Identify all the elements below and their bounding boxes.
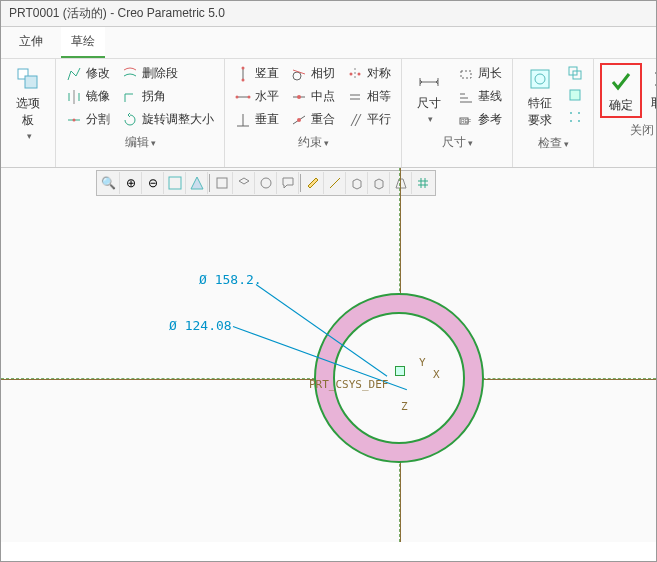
feature-requirements-button[interactable]: 特征要求 <box>519 63 561 131</box>
options-icon <box>15 65 41 93</box>
dimension-button[interactable]: 尺寸 ▾ <box>408 63 450 130</box>
check-icon <box>608 67 634 95</box>
cancel-label: 取消 <box>651 95 657 112</box>
ribbon-body: 选项板 ▾ 修改 镜像 <box>1 58 656 167</box>
svg-point-3 <box>242 66 245 69</box>
baseline-button[interactable]: 基线 <box>454 86 506 107</box>
chevron-down-icon: ▾ <box>564 139 569 149</box>
options-panel-button[interactable]: 选项板 ▾ <box>7 63 49 143</box>
equal-label: 相等 <box>367 88 391 105</box>
views-icon <box>215 176 229 190</box>
coincident-icon <box>291 112 307 128</box>
sketch-canvas[interactable]: 🔍 ⊕ ⊖ Ø 158.2. Ø 124.08 PRT_CSYS_DEF X Y… <box>1 168 656 542</box>
datum-axis-button[interactable] <box>324 172 346 194</box>
grid-button[interactable] <box>412 172 434 194</box>
parallel-button[interactable]: 平行 <box>343 109 395 130</box>
inspect-tool-2[interactable] <box>563 85 587 105</box>
parallel-icon <box>347 112 363 128</box>
midpoint-button[interactable]: 中点 <box>287 86 339 107</box>
confirm-button[interactable]: 确定 <box>600 63 642 118</box>
ribbon: 立伸 草绘 选项板 ▾ 修改 <box>1 27 656 168</box>
group-dimension: 尺寸 ▾ 周长 基线 REF 参考 <box>402 59 513 167</box>
svg-point-20 <box>570 112 572 114</box>
coincident-button[interactable]: 重合 <box>287 109 339 130</box>
dimension-1[interactable]: Ø 158.2. <box>199 272 262 287</box>
annotation-icon <box>281 176 295 190</box>
refit-icon <box>168 176 182 190</box>
datum-plane-button[interactable] <box>302 172 324 194</box>
display-icon <box>259 176 273 190</box>
options-label: 选项板 <box>13 95 43 129</box>
perspective-button[interactable] <box>390 172 412 194</box>
mirror-button[interactable]: 镜像 <box>62 86 114 107</box>
group-options-label <box>1 145 55 165</box>
group-options: 选项板 ▾ <box>1 59 56 167</box>
equal-button[interactable]: 相等 <box>343 86 395 107</box>
layers-button[interactable] <box>233 172 255 194</box>
group-edit-label: 编辑▾ <box>56 132 224 155</box>
split-button[interactable]: 分割 <box>62 109 114 130</box>
tangent-icon <box>291 66 307 82</box>
vertical-button[interactable]: 竖直 <box>231 63 283 84</box>
zoom-in-icon: ⊕ <box>126 176 136 190</box>
horizontal-button[interactable]: 水平 <box>231 86 283 107</box>
delete-segment-button[interactable]: 删除段 <box>118 63 218 84</box>
reference-button[interactable]: REF 参考 <box>454 109 506 130</box>
modify-label: 修改 <box>86 65 110 82</box>
svg-rect-24 <box>169 177 181 189</box>
wireframe-button[interactable] <box>346 172 368 194</box>
group-dimension-label: 尺寸▾ <box>402 132 512 155</box>
svg-point-5 <box>236 95 239 98</box>
zoom-in-button[interactable]: ⊕ <box>120 172 142 194</box>
perpendicular-button[interactable]: 垂直 <box>231 109 283 130</box>
layers-icon <box>237 176 251 190</box>
confirm-label: 确定 <box>609 97 633 114</box>
saved-views-button[interactable] <box>211 172 233 194</box>
center-point[interactable] <box>395 366 405 376</box>
zoom-fit-button[interactable]: 🔍 <box>98 172 120 194</box>
modify-button[interactable]: 修改 <box>62 63 114 84</box>
shade-icon <box>190 176 204 190</box>
zoom-out-icon: ⊖ <box>148 176 158 190</box>
svg-point-26 <box>261 178 271 188</box>
svg-rect-19 <box>570 90 580 100</box>
inspect-tool-1[interactable] <box>563 63 587 83</box>
rotate-resize-button[interactable]: 旋转调整大小 <box>118 109 218 130</box>
group-constrain-label: 约束▾ <box>225 132 401 155</box>
tab-sketch[interactable]: 草绘 <box>61 27 105 58</box>
corner-button[interactable]: 拐角 <box>118 86 218 107</box>
tab-extrude[interactable]: 立伸 <box>9 27 53 58</box>
midpoint-label: 中点 <box>311 88 335 105</box>
inspect-tool-3[interactable] <box>563 107 587 127</box>
refit-button[interactable] <box>164 172 186 194</box>
svg-point-9 <box>297 118 301 122</box>
chevron-down-icon: ▾ <box>324 138 329 148</box>
svg-point-4 <box>242 78 245 81</box>
delete-segment-label: 删除段 <box>142 65 178 82</box>
mirror-icon <box>66 89 82 105</box>
vertical-label: 竖直 <box>255 65 279 82</box>
symmetric-button[interactable]: 对称 <box>343 63 395 84</box>
axis-icon <box>328 176 342 190</box>
chevron-down-icon: ▾ <box>468 138 473 148</box>
midpoint-icon <box>291 89 307 105</box>
hidden-line-button[interactable] <box>368 172 390 194</box>
dimension-2[interactable]: Ø 124.08 <box>169 318 232 333</box>
zoom-out-button[interactable]: ⊖ <box>142 172 164 194</box>
cube2-icon <box>372 176 386 190</box>
baseline-icon <box>458 89 474 105</box>
shade-button[interactable] <box>186 172 208 194</box>
perimeter-icon <box>458 66 474 82</box>
equal-icon <box>347 89 363 105</box>
perimeter-button[interactable]: 周长 <box>454 63 506 84</box>
cancel-button[interactable]: 取消 <box>642 63 657 118</box>
symmetric-label: 对称 <box>367 65 391 82</box>
dimension-label: 尺寸 <box>417 95 441 112</box>
annotation-button[interactable] <box>277 172 299 194</box>
tangent-button[interactable]: 相切 <box>287 63 339 84</box>
horizontal-icon <box>235 89 251 105</box>
group-edit: 修改 镜像 分割 删除段 <box>56 59 225 167</box>
display-style-button[interactable] <box>255 172 277 194</box>
plane-icon <box>306 176 320 190</box>
svg-point-6 <box>248 95 251 98</box>
